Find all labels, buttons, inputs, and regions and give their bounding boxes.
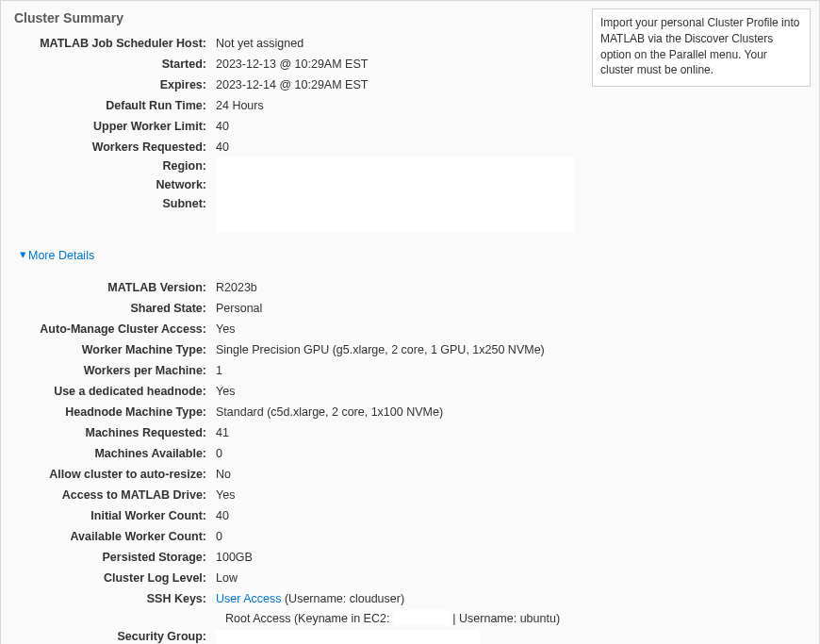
row-initial-workers: Initial Worker Count: 40: [14, 507, 806, 526]
workersper-value: 1: [216, 362, 222, 377]
runtime-label: Default Run Time:: [14, 97, 216, 112]
workersreq-value: 40: [216, 139, 229, 154]
row-machines-available: Machines Available: 0: [14, 445, 806, 464]
ssh-label: SSH Keys:: [14, 590, 216, 605]
row-runtime: Default Run Time: 24 Hours: [14, 97, 806, 116]
upperlimit-label: Upper Worker Limit:: [14, 118, 216, 133]
row-automanage: Auto-Manage Cluster Access: Yes: [14, 321, 806, 339]
details-rows: MATLAB Version: R2023b Shared State: Per…: [14, 279, 806, 644]
accessdrive-value: Yes: [216, 487, 235, 502]
row-upperlimit: Upper Worker Limit: 40: [14, 118, 806, 137]
cluster-summary-panel: Cluster Summary Import your personal Clu…: [0, 0, 820, 644]
availworker-label: Available Worker Count:: [14, 528, 216, 543]
rns-labels: Region: Network: Subnet:: [14, 159, 216, 233]
row-loglevel: Cluster Log Level: Low: [14, 570, 806, 588]
row-autoresize: Allow cluster to auto-resize: No: [14, 466, 806, 485]
row-workersreq: Workers Requested: 40: [14, 139, 806, 157]
ssh-root-line: Root Access (Keyname in EC2: | Username:…: [225, 610, 806, 625]
dedhead-value: Yes: [216, 383, 235, 398]
headtype-value: Standard (c5d.xlarge, 2 core, 1x100 NVMe…: [216, 404, 443, 419]
matlabver-label: MATLAB Version:: [14, 279, 216, 294]
subnet-label: Subnet:: [14, 197, 216, 210]
sharedstate-value: Personal: [216, 300, 262, 315]
row-shared-state: Shared State: Personal: [14, 300, 806, 319]
storage-value: 100GB: [216, 549, 253, 564]
autoresize-label: Allow cluster to auto-resize:: [14, 466, 216, 481]
machavail-label: Machines Available:: [14, 445, 216, 460]
row-machines-requested: Machines Requested: 41: [14, 424, 806, 443]
row-avail-workers: Available Worker Count: 0: [14, 528, 806, 547]
row-dedicated-headnode: Use a dedicated headnode: Yes: [14, 383, 806, 402]
secgroup-value: [216, 628, 480, 644]
expires-label: Expires:: [14, 76, 216, 91]
row-secgroup: Security Group:: [14, 628, 806, 644]
row-workertype: Worker Machine Type: Single Precision GP…: [14, 341, 806, 360]
loglevel-label: Cluster Log Level:: [14, 570, 216, 585]
secgroup-label: Security Group:: [14, 628, 216, 643]
region-network-subnet-redacted: [216, 157, 574, 233]
row-region-network-subnet: Region: Network: Subnet:: [14, 159, 806, 233]
region-label: Region:: [14, 159, 216, 173]
more-details-toggle[interactable]: ▾More Details: [20, 248, 94, 262]
host-label: MATLAB Job Scheduler Host:: [14, 35, 216, 50]
sharedstate-label: Shared State:: [14, 300, 216, 315]
automanage-value: Yes: [216, 321, 235, 336]
workersper-label: Workers per Machine:: [14, 362, 216, 377]
ssh-user-line: User Access (Username: clouduser): [216, 590, 404, 605]
machavail-value: 0: [216, 445, 222, 460]
storage-label: Persisted Storage:: [14, 549, 216, 564]
workersreq-label: Workers Requested:: [14, 139, 216, 154]
row-sshkeys: SSH Keys: User Access (Username: cloudus…: [14, 590, 806, 609]
started-label: Started:: [14, 56, 216, 71]
network-label: Network:: [14, 178, 216, 191]
automanage-label: Auto-Manage Cluster Access:: [14, 321, 216, 336]
import-profile-tip: Import your personal Cluster Profile int…: [592, 8, 811, 87]
ssh-user-suffix: (Username: clouduser): [281, 592, 404, 605]
host-value: Not yet assigned: [216, 35, 303, 50]
ssh-keyname-redacted: [393, 610, 450, 625]
upperlimit-value: 40: [216, 118, 229, 133]
workertype-label: Worker Machine Type:: [14, 341, 216, 356]
initworker-value: 40: [216, 507, 229, 522]
started-value: 2023-12-13 @ 10:29AM EST: [216, 56, 368, 71]
runtime-value: 24 Hours: [216, 97, 264, 112]
ssh-user-access-link[interactable]: User Access: [216, 592, 281, 605]
row-access-drive: Access to MATLAB Drive: Yes: [14, 487, 806, 505]
loglevel-value: Low: [216, 570, 238, 585]
ssh-root-suffix: | Username: ubuntu): [450, 612, 560, 625]
machreq-value: 41: [216, 424, 229, 439]
row-workersper: Workers per Machine: 1: [14, 362, 806, 381]
headtype-label: Headnode Machine Type:: [14, 404, 216, 419]
initworker-label: Initial Worker Count:: [14, 507, 216, 522]
matlabver-value: R2023b: [216, 279, 257, 294]
ssh-root-prefix: Root Access (Keyname in EC2:: [225, 612, 393, 625]
secgroup-redacted: [216, 630, 480, 644]
row-headnode-type: Headnode Machine Type: Standard (c5d.xla…: [14, 404, 806, 422]
row-storage: Persisted Storage: 100GB: [14, 549, 806, 568]
autoresize-value: No: [216, 466, 231, 481]
accessdrive-label: Access to MATLAB Drive:: [14, 487, 216, 502]
machreq-label: Machines Requested:: [14, 424, 216, 439]
expires-value: 2023-12-14 @ 10:29AM EST: [216, 76, 368, 91]
more-details-label: More Details: [28, 249, 94, 262]
row-matlab-version: MATLAB Version: R2023b: [14, 279, 806, 298]
chevron-down-icon: ▾: [20, 247, 26, 261]
availworker-value: 0: [216, 528, 222, 543]
dedhead-label: Use a dedicated headnode:: [14, 383, 216, 398]
workertype-value: Single Precision GPU (g5.xlarge, 2 core,…: [216, 341, 545, 356]
